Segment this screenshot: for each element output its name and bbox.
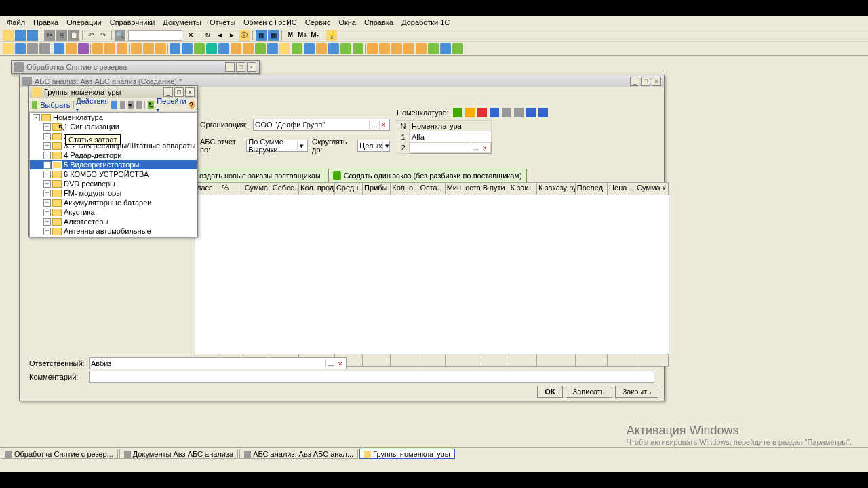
close-button[interactable]: Закрыть (615, 386, 658, 398)
sort-desc-icon[interactable] (538, 108, 548, 117)
add-icon[interactable] (453, 108, 462, 117)
ok-button[interactable]: ОК (537, 386, 562, 398)
t2-icon[interactable] (243, 43, 254, 54)
copy-icon[interactable]: ⎘ (56, 30, 67, 41)
table-row[interactable]: 1Alfa (397, 131, 492, 142)
t2-icon[interactable] (267, 43, 278, 54)
tree-root[interactable]: -Номенклатура (30, 113, 197, 122)
t2-icon[interactable] (27, 43, 38, 54)
new-icon[interactable] (3, 30, 14, 41)
t2-icon[interactable] (316, 43, 327, 54)
delete-icon[interactable] (477, 108, 487, 117)
save-icon[interactable] (27, 30, 38, 41)
find-icon[interactable]: 🔍 (115, 30, 125, 41)
grid-column-header[interactable]: К зак.. (509, 183, 537, 195)
t2-icon[interactable] (292, 43, 302, 54)
t2-icon[interactable] (353, 43, 363, 54)
m-minus-icon[interactable]: M- (309, 30, 320, 41)
refresh-icon[interactable]: ↻ (148, 101, 154, 109)
grid-column-header[interactable]: Цена .. (608, 183, 635, 195)
t2-icon[interactable] (78, 43, 89, 54)
t2-icon[interactable] (452, 43, 463, 54)
t2-icon[interactable] (304, 43, 315, 54)
menu-refs[interactable]: Справочники (106, 17, 159, 28)
t2-icon[interactable] (66, 43, 77, 54)
t2-icon[interactable] (428, 43, 439, 54)
calc-icon[interactable]: ▦ (256, 30, 267, 41)
goto-dropdown[interactable]: Перейти (157, 97, 186, 113)
grid-column-header[interactable]: Оста.. (418, 183, 445, 195)
round-select[interactable]: Целых ▾ (357, 140, 390, 152)
up-icon[interactable] (502, 108, 511, 117)
create-single-order-button[interactable]: Создать один заказ (без разбивки по пост… (328, 169, 527, 182)
t2-icon[interactable] (131, 43, 142, 54)
menu-operations[interactable]: Операции (62, 17, 105, 28)
close-button[interactable]: × (185, 87, 195, 97)
menu-gosis[interactable]: Обмен с ГосИС (239, 17, 301, 28)
tree-item[interactable]: +1 Сигнализации (30, 122, 197, 131)
tree-item[interactable]: +Акустика (30, 207, 197, 217)
menu-windows[interactable]: Окна (334, 17, 360, 28)
dots-icon[interactable]: ... (369, 121, 378, 129)
taskbar-item[interactable]: Группы номенклатуры (359, 449, 454, 459)
maximize-button[interactable]: □ (641, 77, 650, 86)
menu-custom[interactable]: Доработки 1С (397, 17, 454, 28)
grid-column-header[interactable]: % (220, 183, 243, 195)
close-button[interactable]: × (247, 62, 256, 72)
grid-column-header[interactable]: Сумма к .. (635, 183, 669, 195)
t2-icon[interactable] (117, 43, 127, 54)
paste-icon[interactable]: 📋 (68, 30, 79, 41)
t2-icon[interactable] (39, 43, 50, 54)
tree-item[interactable]: +Алкотестеры (30, 217, 197, 226)
t2-icon[interactable] (403, 43, 414, 54)
comment-input[interactable] (89, 371, 654, 383)
open-icon[interactable] (15, 30, 26, 41)
menu-help[interactable]: Справка (360, 17, 397, 28)
tree-item[interactable]: +4 Радар-дектори (30, 150, 197, 160)
t2-icon[interactable] (391, 43, 402, 54)
refresh-icon[interactable]: ↻ (202, 30, 213, 41)
menu-reports[interactable]: Отчеты (205, 17, 239, 28)
grid-column-header[interactable]: Себес.. (271, 183, 299, 195)
m-plus-icon[interactable]: M+ (297, 30, 308, 41)
tree-item[interactable]: +Аккумуляторные батареи (30, 198, 197, 207)
t2-icon[interactable] (379, 43, 390, 54)
redo-icon[interactable]: ↷ (98, 30, 108, 41)
clear-search-icon[interactable]: ✕ (185, 30, 196, 41)
nomenclature-tree[interactable]: ↖ -Номенклатура+1 Сигнализации+2+3. 2 DI… (29, 112, 197, 238)
t2-icon[interactable] (92, 43, 103, 54)
grid-body[interactable] (195, 195, 669, 354)
t2-icon[interactable] (155, 43, 166, 54)
dropdown-arrow-icon[interactable]: ▾ (297, 142, 306, 150)
grid-column-header[interactable]: Послед.. (576, 183, 608, 195)
t2-icon[interactable] (3, 43, 14, 54)
save-button[interactable]: Записать (566, 386, 612, 398)
cmd-icon[interactable]: ▾ (128, 101, 134, 109)
dots-icon[interactable]: ... (326, 359, 335, 367)
close-button[interactable]: × (652, 77, 661, 86)
tree-item[interactable]: +5 Видеорегистраторы (30, 160, 197, 169)
cut-icon[interactable]: ✂ (44, 30, 55, 41)
taskbar-item[interactable]: Документы Авз АБС анализа (119, 449, 238, 459)
menu-service[interactable]: Сервис (301, 17, 335, 28)
t2-icon[interactable] (255, 43, 266, 54)
dots-icon[interactable]: ... (471, 144, 480, 152)
taskbar-item[interactable]: АБС анализ: Авз АБС анал... (239, 449, 358, 459)
grid-column-header[interactable]: Мин. оста.. (446, 183, 481, 195)
org-input[interactable]: ООО "Делфи Групп" ... × (253, 119, 390, 131)
clear-icon[interactable]: × (336, 359, 344, 367)
minimize-button[interactable]: _ (630, 77, 639, 86)
dropdown-arrow-icon[interactable]: ▾ (382, 142, 391, 150)
t2-icon[interactable] (194, 43, 205, 54)
grid-column-header[interactable]: Кол. о.. (391, 183, 418, 195)
table-row[interactable]: 2...× (397, 142, 492, 154)
cmd-icon[interactable] (111, 101, 117, 109)
grid-column-header[interactable]: Прибы.. (363, 183, 391, 195)
t2-icon[interactable] (206, 43, 217, 54)
sort-asc-icon[interactable] (526, 108, 536, 117)
create-orders-button[interactable]: оздать новые заказы поставщикам (195, 169, 326, 182)
tree-item[interactable]: +FM- модуляторы (30, 188, 197, 198)
responsible-input[interactable]: Авбиз ... × (89, 357, 347, 369)
menu-edit[interactable]: Правка (29, 17, 62, 28)
maximize-button[interactable]: □ (174, 87, 184, 97)
